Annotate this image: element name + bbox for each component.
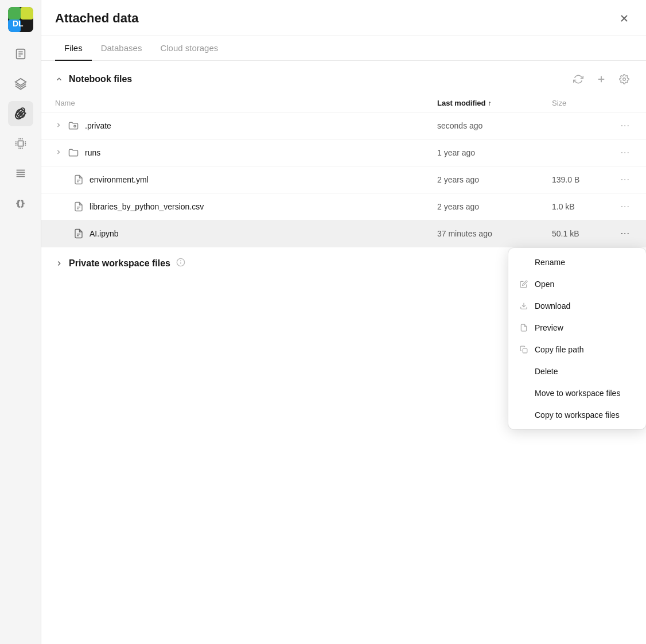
context-menu-item-copy-path[interactable]: Copy file path: [508, 339, 646, 360]
content-area: Notebook files: [41, 61, 646, 644]
file-size-cell: 139.0 B: [552, 175, 609, 184]
context-menu-label-move-workspace: Move to workspace files: [535, 389, 620, 398]
file-actions-cell: ···: [609, 119, 632, 132]
file-name-label: environment.yml: [89, 175, 149, 184]
info-icon[interactable]: [176, 258, 185, 269]
svg-text:DL: DL: [13, 19, 24, 28]
file-row: runs 1 year ago ···: [41, 139, 646, 166]
settings-button[interactable]: [616, 71, 632, 87]
file-row: environment.yml 2 years ago 139.0 B ···: [41, 166, 646, 193]
tab-bar: Files Databases Cloud storages: [41, 36, 646, 61]
sidebar: DL: [0, 0, 41, 644]
row-collapse-icon[interactable]: [55, 122, 62, 130]
context-menu-item-preview[interactable]: Preview: [508, 317, 646, 339]
table-header: Name Last modified ↑ Size: [41, 95, 646, 112]
add-file-button[interactable]: [593, 71, 609, 87]
file-modified-cell: 37 minutes ago: [437, 229, 552, 238]
file-document-icon: [73, 228, 84, 239]
row-collapse-icon[interactable]: [55, 149, 62, 157]
svg-point-24: [74, 125, 76, 127]
refresh-button[interactable]: [570, 71, 586, 87]
context-menu-label-copy-workspace: Copy to workspace files: [535, 410, 620, 420]
tab-files[interactable]: Files: [55, 36, 92, 61]
folder-special-icon: [68, 120, 79, 131]
notebook-files-title: Notebook files: [69, 74, 132, 84]
svg-rect-2: [21, 7, 33, 20]
file-more-button[interactable]: ···: [618, 119, 632, 132]
app-logo[interactable]: DL: [8, 7, 33, 32]
context-menu: Rename Open: [508, 248, 646, 429]
sidebar-item-layers[interactable]: [8, 71, 33, 96]
svg-rect-32: [523, 348, 527, 353]
file-size-cell: 1.0 kB: [552, 202, 609, 211]
workspace-files-collapse-button[interactable]: [55, 259, 63, 267]
panel-header: Attached data: [41, 0, 646, 36]
file-name-cell: .private: [55, 120, 437, 131]
context-menu-label-open: Open: [535, 280, 554, 289]
context-menu-label-rename: Rename: [535, 258, 565, 267]
context-menu-item-rename[interactable]: Rename: [508, 251, 646, 273]
file-modified-cell: 1 year ago: [437, 148, 552, 157]
file-more-button-active[interactable]: ···: [618, 227, 632, 240]
col-header-size: Size: [552, 99, 609, 107]
sidebar-item-notebook[interactable]: [8, 41, 33, 67]
file-name-cell: environment.yml: [55, 174, 437, 185]
file-row: libraries_by_python_version.csv 2 years …: [41, 193, 646, 220]
sidebar-item-attachment[interactable]: [8, 101, 33, 126]
file-row-active: AI.ipynb 37 minutes ago 50.1 kB ··· Rena…: [41, 220, 646, 247]
file-actions-cell: ···: [609, 227, 632, 240]
tab-databases[interactable]: Databases: [92, 36, 151, 61]
col-header-name: Name: [55, 99, 437, 107]
file-document-icon: [73, 201, 84, 212]
file-more-button[interactable]: ···: [618, 173, 632, 186]
file-name-cell: runs: [55, 147, 437, 158]
context-menu-item-open[interactable]: Open: [508, 273, 646, 295]
context-menu-item-download[interactable]: Download: [508, 295, 646, 317]
file-name-label: AI.ipynb: [89, 229, 119, 238]
folder-icon: [68, 147, 79, 158]
preview-icon: [519, 324, 529, 332]
file-document-icon: [73, 174, 84, 185]
file-size-cell: 50.1 kB: [552, 229, 609, 238]
col-header-modified[interactable]: Last modified ↑: [437, 99, 552, 107]
sidebar-item-hardware[interactable]: [8, 131, 33, 156]
svg-rect-13: [18, 141, 23, 146]
context-menu-item-move-workspace[interactable]: Move to workspace files: [508, 382, 646, 404]
svg-point-23: [623, 78, 626, 81]
sidebar-item-list[interactable]: [8, 161, 33, 186]
file-name-label: libraries_by_python_version.csv: [89, 202, 204, 211]
file-modified-cell: 2 years ago: [437, 175, 552, 184]
download-icon: [519, 302, 529, 310]
context-menu-label-download: Download: [535, 301, 570, 311]
context-menu-label-delete: Delete: [535, 367, 558, 376]
context-menu-item-delete[interactable]: Delete: [508, 360, 646, 382]
svg-rect-1: [8, 7, 21, 20]
close-button[interactable]: [616, 10, 632, 26]
sidebar-item-json[interactable]: {}: [8, 191, 33, 216]
file-more-button[interactable]: ···: [618, 146, 632, 159]
notebook-files-collapse-button[interactable]: [55, 75, 63, 83]
file-more-button[interactable]: ···: [618, 200, 632, 213]
file-name-cell: AI.ipynb: [55, 228, 437, 239]
notebook-files-section-header: Notebook files: [41, 61, 646, 95]
file-name-label: runs: [85, 148, 100, 157]
file-name-label: .private: [85, 121, 111, 130]
open-icon: [519, 280, 529, 288]
tab-cloud-storages[interactable]: Cloud storages: [151, 36, 227, 61]
file-row: .private seconds ago ···: [41, 112, 646, 139]
main-panel: Attached data Files Databases Cloud stor…: [41, 0, 646, 644]
section-title-group: Notebook files: [55, 74, 132, 84]
context-menu-label-preview: Preview: [535, 323, 563, 332]
file-actions-cell: ···: [609, 200, 632, 213]
context-menu-label-copy-path: Copy file path: [535, 345, 584, 354]
sort-arrow-icon: ↑: [488, 99, 492, 107]
file-modified-cell: seconds ago: [437, 121, 552, 130]
svg-text:{}: {}: [15, 199, 24, 208]
file-actions-cell: ···: [609, 146, 632, 159]
context-menu-item-copy-workspace[interactable]: Copy to workspace files: [508, 404, 646, 426]
file-actions-cell: ···: [609, 173, 632, 186]
section-actions: [570, 71, 632, 87]
file-modified-cell: 2 years ago: [437, 202, 552, 211]
col-header-actions: [609, 99, 632, 107]
copy-path-icon: [519, 346, 529, 354]
